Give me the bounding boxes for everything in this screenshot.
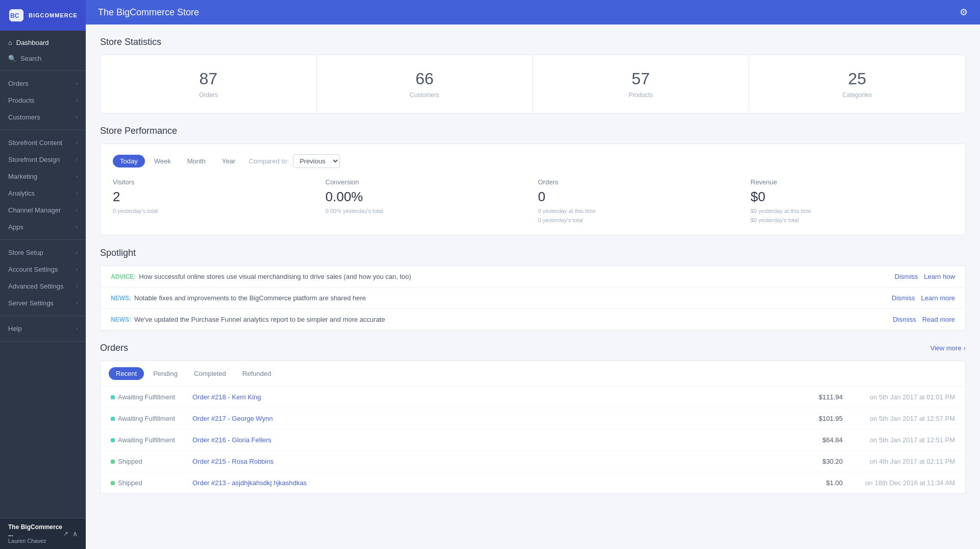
sidebar-item-apps[interactable]: Apps › [0, 219, 86, 235]
sidebar-section-help: Help › [0, 316, 86, 342]
topbar: The BigCommerce Store ⚙ [86, 0, 980, 25]
page-title: The BigCommerce Store [98, 7, 199, 18]
stat-products-number: 57 [545, 69, 737, 88]
order-link-3[interactable]: Order #215 - Rosa Robbins [192, 458, 792, 465]
status-dot-teal [111, 395, 115, 399]
stat-categories-label: Categories [762, 91, 953, 99]
perf-tab-week[interactable]: Week [147, 155, 178, 168]
spotlight-dismiss-1[interactable]: Dismiss [892, 294, 915, 302]
order-date-4: on 18th Dec 2016 at 11:34 AM [843, 479, 955, 487]
order-status-3: Shipped [111, 458, 192, 465]
sidebar-section-main: Orders › Products › Customers › [0, 71, 86, 130]
chevron-right-icon: › [76, 207, 78, 213]
sidebar-item-server-settings[interactable]: Server Settings › [0, 295, 86, 312]
chevron-right-icon: › [76, 250, 78, 255]
orders-sub-0: 0 yesterday at this time [538, 207, 741, 216]
stat-customers-label: Customers [329, 91, 521, 99]
settings-icon[interactable]: ⚙ [960, 7, 968, 18]
order-amount-3: $30.20 [792, 458, 843, 465]
store-user: Lauren Chavez [8, 538, 63, 544]
visitors-value: 2 [113, 189, 315, 205]
orders-tabs: Recent Pending Completed Refunded [101, 361, 965, 387]
sidebar-item-channel-manager[interactable]: Channel Manager › [0, 202, 86, 219]
sidebar-products-label: Products [8, 97, 34, 104]
sidebar-item-help[interactable]: Help › [0, 320, 86, 337]
orders-header: Orders View more › [100, 343, 966, 353]
orders-title: Orders [100, 343, 128, 353]
order-link-2[interactable]: Order #216 - Gloria Fellers [192, 436, 792, 444]
svg-text:BC: BC [10, 12, 19, 19]
store-statistics-title: Store Statistics [100, 37, 966, 47]
order-amount-4: $1.00 [792, 479, 843, 487]
order-status-label-4: Shipped [118, 479, 142, 487]
order-link-1[interactable]: Order #217 - George Wynn [192, 415, 792, 422]
orders-section: Recent Pending Completed Refunded Awaiti… [100, 361, 966, 494]
metric-revenue: Revenue $0 $0 yesterday at this time $0 … [751, 178, 953, 225]
sidebar-item-store-setup[interactable]: Store Setup › [0, 244, 86, 261]
spotlight-dismiss-2[interactable]: Dismiss [893, 316, 916, 323]
chevron-right-icon: › [76, 140, 78, 146]
order-link-4[interactable]: Order #213 - asjdhjkahsdkj hjkashdkas [192, 479, 792, 487]
order-status-2: Awaiting Fulfillment [111, 436, 192, 444]
spotlight-text-0: ADVICE:How successful online stores use … [111, 273, 895, 280]
spotlight-item-0: ADVICE:How successful online stores use … [101, 266, 965, 288]
sidebar-search-label: Search [20, 55, 41, 62]
spotlight-actions-1: Dismiss Learn more [892, 294, 955, 302]
stat-orders-label: Orders [113, 91, 304, 99]
collapse-sidebar-button[interactable]: ∧ [72, 530, 78, 538]
conversion-value: 0.00% [326, 189, 528, 205]
order-status-1: Awaiting Fulfillment [111, 415, 192, 422]
order-amount-0: $111.94 [792, 393, 843, 401]
sidebar-analytics-label: Analytics [8, 189, 35, 197]
external-link-icon[interactable]: ↗ [63, 530, 68, 537]
sidebar-account-settings-label: Account Settings [8, 266, 58, 273]
order-tab-pending[interactable]: Pending [146, 367, 185, 380]
performance-tabs: Today Week Month Year Compared to: Previ… [113, 154, 953, 168]
home-icon: ⌂ [8, 39, 12, 46]
metric-orders: Orders 0 0 yesterday at this time 0 yest… [538, 178, 741, 225]
spotlight-dismiss-0[interactable]: Dismiss [895, 273, 918, 280]
sidebar-item-advanced-settings[interactable]: Advanced Settings › [0, 278, 86, 295]
chevron-right-icon: › [76, 174, 78, 179]
order-amount-2: $64.84 [792, 436, 843, 444]
status-dot-teal [111, 438, 115, 442]
order-tab-recent[interactable]: Recent [109, 367, 144, 380]
sidebar-item-search[interactable]: 🔍 Search [0, 51, 86, 66]
sidebar-section-content: Storefront Content › Storefront Design ›… [0, 130, 86, 240]
perf-tab-today[interactable]: Today [113, 155, 145, 168]
revenue-title: Revenue [751, 178, 953, 186]
compared-select[interactable]: Previous Last year Custom [293, 154, 340, 168]
perf-tab-year[interactable]: Year [215, 155, 242, 168]
order-status-0: Awaiting Fulfillment [111, 393, 192, 401]
sidebar-section-settings: Store Setup › Account Settings › Advance… [0, 240, 86, 316]
metric-conversion: Conversion 0.00% 0.00% yesterday's total [326, 178, 528, 225]
order-link-0[interactable]: Order #218 - Kerri King [192, 393, 792, 401]
sidebar-item-storefront-design[interactable]: Storefront Design › [0, 151, 86, 168]
chevron-right-icon: › [76, 300, 78, 306]
sidebar-item-analytics[interactable]: Analytics › [0, 185, 86, 202]
sidebar-item-orders[interactable]: Orders › [0, 75, 86, 92]
chevron-right-icon: › [76, 98, 78, 103]
sidebar-item-account-settings[interactable]: Account Settings › [0, 261, 86, 278]
orders-value: 0 [538, 189, 741, 205]
stats-grid: 87 Orders 66 Customers 57 Products 25 Ca… [100, 55, 966, 113]
order-tab-refunded[interactable]: Refunded [235, 367, 278, 380]
perf-tab-month[interactable]: Month [180, 155, 213, 168]
view-more-button[interactable]: View more › [930, 344, 966, 352]
order-status-label-2: Awaiting Fulfillment [118, 436, 175, 444]
spotlight-body-2: We've updated the Purchase Funnel analyt… [134, 316, 385, 323]
spotlight-learn-how-0[interactable]: Learn how [924, 273, 955, 280]
sidebar-item-products[interactable]: Products › [0, 92, 86, 109]
sidebar-item-customers[interactable]: Customers › [0, 109, 86, 126]
spotlight-body-0: How successful online stores use visual … [139, 273, 411, 280]
order-date-2: on 5th Jan 2017 at 12:51 PM [843, 436, 955, 444]
spotlight-read-more-2[interactable]: Read more [922, 316, 955, 323]
sidebar-item-marketing[interactable]: Marketing › [0, 168, 86, 185]
spotlight-learn-more-1[interactable]: Learn more [921, 294, 955, 302]
sidebar-item-dashboard[interactable]: ⌂ Dashboard [0, 35, 86, 51]
order-tab-completed[interactable]: Completed [187, 367, 233, 380]
revenue-value: $0 [751, 189, 953, 205]
order-status-label-1: Awaiting Fulfillment [118, 415, 175, 422]
sidebar-item-storefront-content[interactable]: Storefront Content › [0, 134, 86, 151]
chevron-right-icon: › [76, 224, 78, 230]
